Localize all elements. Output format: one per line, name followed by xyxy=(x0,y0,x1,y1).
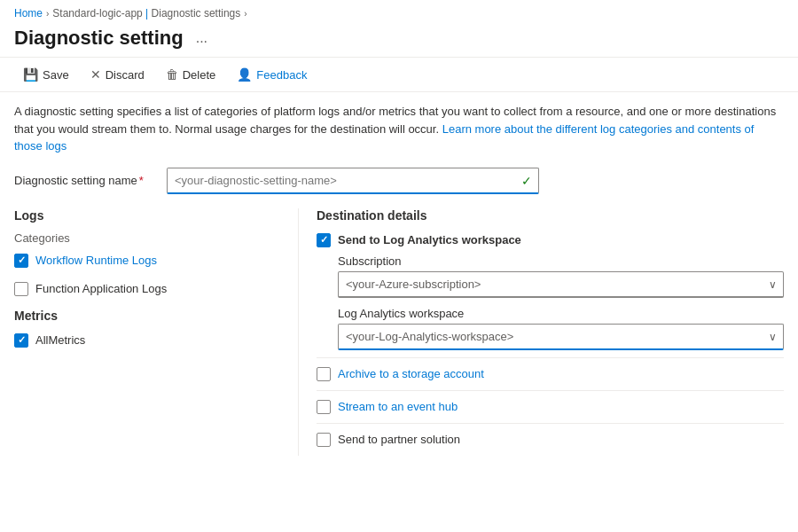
metrics-section-title: Metrics xyxy=(14,309,280,323)
workspace-select[interactable]: <your-Log-Analytics-workspace> xyxy=(338,324,784,350)
delete-label: Delete xyxy=(183,68,216,82)
form-name-label: Diagnostic setting name* xyxy=(14,174,156,187)
workspace-wrapper: Log Analytics workspace <your-Log-Analyt… xyxy=(338,307,784,350)
workflow-runtime-logs-label[interactable]: Workflow Runtime Logs xyxy=(35,254,157,267)
workspace-label: Log Analytics workspace xyxy=(338,307,784,320)
stream-eventhub-label[interactable]: Stream to an event hub xyxy=(338,400,458,413)
archive-storage-checkbox[interactable] xyxy=(317,367,331,381)
function-application-logs-label: Function Application Logs xyxy=(35,282,167,295)
allmetrics-row: AllMetrics xyxy=(14,332,280,349)
logs-section-title: Logs xyxy=(14,208,280,223)
categories-label: Categories xyxy=(14,231,280,245)
save-icon: 💾 xyxy=(23,67,38,82)
archive-storage-label[interactable]: Archive to a storage account xyxy=(338,367,484,380)
stream-eventhub-row: Stream to an event hub xyxy=(317,390,784,423)
required-star: * xyxy=(139,174,144,187)
archive-storage-row: Archive to a storage account xyxy=(317,357,784,390)
right-column: Destination details Send to Log Analytic… xyxy=(298,208,784,456)
subscription-label: Subscription xyxy=(338,254,784,268)
allmetrics-label: AllMetrics xyxy=(35,333,85,347)
description: A diagnostic setting specifies a list of… xyxy=(14,103,777,155)
feedback-button[interactable]: 👤 Feedback xyxy=(228,63,316,86)
allmetrics-checkbox[interactable] xyxy=(14,333,28,348)
metrics-section: Metrics AllMetrics xyxy=(14,309,280,349)
left-column: Logs Categories Workflow Runtime Logs Fu… xyxy=(14,208,298,456)
stream-eventhub-checkbox[interactable] xyxy=(317,400,331,414)
send-analytics-label: Send to Log Analytics workspace xyxy=(338,233,521,246)
feedback-icon: 👤 xyxy=(237,67,252,82)
breadcrumb-app[interactable]: Standard-logic-app | Diagnostic settings xyxy=(52,7,240,20)
page-title: Diagnostic setting xyxy=(14,27,184,50)
subscription-wrapper: Subscription <your-Azure-subscription> ∨ xyxy=(338,254,784,298)
workspace-select-wrapper: <your-Log-Analytics-workspace> ∨ xyxy=(338,324,784,350)
save-label: Save xyxy=(43,68,69,82)
send-analytics-row: Send to Log Analytics workspace xyxy=(317,233,784,247)
workflow-runtime-logs-row: Workflow Runtime Logs xyxy=(14,252,280,270)
workflow-runtime-logs-checkbox[interactable] xyxy=(14,254,28,268)
form-name-input-wrapper: ✓ xyxy=(167,168,539,194)
function-application-logs-checkbox[interactable] xyxy=(14,282,28,296)
toolbar: 💾 Save ✕ Discard 🗑 Delete 👤 Feedback xyxy=(0,57,798,92)
form-name-row: Diagnostic setting name* ✓ xyxy=(14,168,784,194)
breadcrumb-home[interactable]: Home xyxy=(14,7,43,20)
delete-button[interactable]: 🗑 Delete xyxy=(157,63,225,86)
main-columns: Logs Categories Workflow Runtime Logs Fu… xyxy=(14,208,784,456)
send-analytics-checkbox[interactable] xyxy=(317,233,331,247)
breadcrumb: Home › Standard-logic-app | Diagnostic s… xyxy=(0,0,798,23)
discard-button[interactable]: ✕ Discard xyxy=(82,63,153,86)
breadcrumb-chevron-1: › xyxy=(46,9,49,19)
discard-label: Discard xyxy=(106,68,145,82)
subscription-select[interactable]: <your-Azure-subscription> xyxy=(338,271,784,298)
input-valid-icon: ✓ xyxy=(521,174,532,188)
breadcrumb-chevron-2: › xyxy=(244,9,246,19)
function-application-logs-row: Function Application Logs xyxy=(14,280,280,298)
delete-icon: 🗑 xyxy=(166,67,178,82)
diagnostic-setting-name-input[interactable] xyxy=(167,168,539,194)
partner-solution-checkbox[interactable] xyxy=(317,433,331,447)
ellipsis-button[interactable]: ... xyxy=(191,28,213,48)
destination-title: Destination details xyxy=(317,208,784,223)
discard-icon: ✕ xyxy=(90,67,101,82)
page-title-row: Diagnostic setting ... xyxy=(0,23,798,57)
partner-solution-row: Send to partner solution xyxy=(317,423,784,456)
partner-solution-label: Send to partner solution xyxy=(338,433,460,446)
content-area: A diagnostic setting specifies a list of… xyxy=(0,92,798,466)
subscription-select-wrapper: <your-Azure-subscription> ∨ xyxy=(338,271,784,298)
feedback-label: Feedback xyxy=(256,68,307,82)
save-button[interactable]: 💾 Save xyxy=(14,63,78,86)
